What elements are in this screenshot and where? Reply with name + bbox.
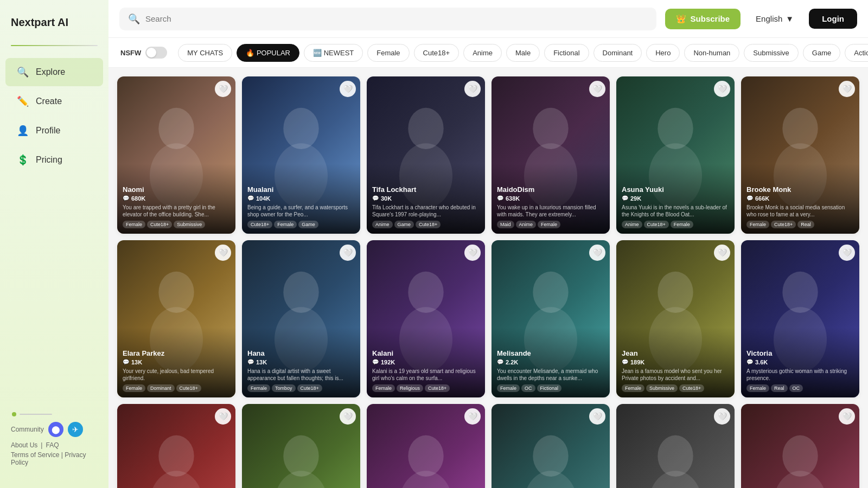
svg-point-25 [150, 471, 203, 488]
sidebar-label-profile: Profile [36, 126, 60, 136]
card-stats: 💬 13K [247, 359, 355, 365]
card-tags: FemaleTomboyCute18+ [247, 384, 355, 392]
favorite-button[interactable]: 🤍 [464, 81, 481, 97]
card-item[interactable]: 🤍 Tifa Lockhart 💬 30K Tifa Lockhart is a… [367, 76, 485, 234]
card-item[interactable]: 🤍 Character 18 💬 11K A dark and mysterio… [741, 404, 859, 488]
card-item[interactable]: 🤍 Victoria 💬 3.6K A mysterious gothic wo… [741, 240, 859, 397]
card-item[interactable]: 🤍 Kalani 💬 192K Kalani is a 19 years old… [367, 240, 485, 397]
card-count: 30K [381, 195, 392, 202]
favorite-button[interactable]: 🤍 [589, 245, 605, 261]
sidebar-label-create: Create [36, 97, 62, 106]
filter-game[interactable]: Game [803, 44, 840, 62]
about-link[interactable]: About Us [11, 441, 37, 449]
card-item[interactable]: 🤍 Elara Parkez 💬 13K Your very cute, jea… [117, 240, 235, 397]
card-name: Asuna Yuuki [622, 185, 729, 194]
card-item[interactable]: 🤍 Character 16 💬 8.5K A vibrant anime ch… [492, 404, 610, 488]
filter-anime[interactable]: Anime [463, 44, 502, 62]
filter-cute18plus[interactable]: Cute18+ [414, 44, 459, 62]
card-item[interactable]: 🤍 Brooke Monk 💬 666K Brooke Monk is a so… [741, 76, 859, 234]
sidebar-label-pricing: Pricing [36, 155, 62, 165]
favorite-button[interactable]: 🤍 [839, 408, 855, 425]
card-item[interactable]: 🤍 Character 17 💬 32K A sophisticated and… [616, 404, 735, 488]
nsfw-switch[interactable] [145, 47, 167, 59]
grid-container: 🤍 Naomi 💬 680K You are trapped with a pr… [108, 68, 868, 488]
card-image-wrap: 🤍 Hana 💬 13K Hana is a digital artist wi… [242, 240, 360, 397]
filter-female[interactable]: Female [367, 44, 409, 62]
subscribe-button[interactable]: 👑 Subscribe [665, 9, 741, 29]
svg-point-33 [649, 471, 702, 488]
filter-submissive[interactable]: Submissive [744, 44, 798, 62]
faq-link[interactable]: FAQ [46, 441, 59, 449]
favorite-button[interactable]: 🤍 [340, 408, 356, 425]
nsfw-toggle[interactable]: NSFW [114, 43, 174, 62]
sidebar-item-create[interactable]: ✏️ Create [5, 87, 103, 115]
favorite-button[interactable]: 🤍 [714, 245, 730, 261]
card-count: 666K [755, 195, 769, 202]
sidebar-item-explore[interactable]: 🔍 Explore [5, 58, 103, 86]
favorite-button[interactable]: 🤍 [215, 408, 231, 425]
filter-hero[interactable]: Hero [646, 44, 680, 62]
chevron-down-icon: ▼ [786, 14, 794, 23]
card-description: You wake up in a luxurious mansion fille… [497, 204, 604, 218]
sidebar-item-pricing[interactable]: 💲 Pricing [5, 146, 103, 174]
terms-link[interactable]: Terms of Service [11, 451, 59, 459]
filter-fictional[interactable]: Fictional [544, 44, 589, 62]
filter-action[interactable]: Action [845, 44, 868, 62]
card-name: MaidoDism [497, 185, 604, 194]
card-item[interactable]: 🤍 Jean 💬 189K Jean is a famous model who… [616, 240, 735, 397]
card-item[interactable]: 🤍 Asuna Yuuki 💬 29K Asuna Yuuki is in th… [616, 76, 735, 234]
card-image-wrap: 🤍 Character 17 💬 32K A sophisticated and… [616, 404, 735, 488]
svg-point-8 [658, 108, 693, 149]
card-info: Jean 💬 189K Jean is a famous model who s… [616, 328, 735, 397]
favorite-button[interactable]: 🤍 [589, 81, 605, 97]
tag: Female [123, 221, 145, 228]
card-item[interactable]: 🤍 Naomi 💬 680K You are trapped with a pr… [117, 76, 235, 234]
svg-point-16 [408, 272, 443, 313]
favorite-button[interactable]: 🤍 [714, 408, 730, 425]
card-stats: 💬 2.2K [497, 359, 604, 365]
tag: Anime [372, 221, 393, 228]
favorite-button[interactable]: 🤍 [714, 81, 730, 97]
favorite-button[interactable]: 🤍 [464, 408, 481, 425]
favorite-button[interactable]: 🤍 [340, 245, 356, 261]
favorite-button[interactable]: 🤍 [839, 245, 855, 261]
sidebar-item-profile[interactable]: 👤 Profile [5, 117, 103, 145]
favorite-button[interactable]: 🤍 [839, 81, 855, 97]
card-item[interactable]: 🤍 Melisande 💬 2.2K You encounter Melisan… [492, 240, 610, 397]
card-name: Mualani [247, 185, 355, 194]
tag: Female [372, 384, 395, 392]
card-stats: 💬 189K [622, 359, 729, 365]
chat-icon: 💬 [622, 359, 628, 365]
discord-icon[interactable]: ⬤ [48, 422, 63, 437]
chat-icon: 💬 [123, 195, 129, 201]
filter-my-chats[interactable]: MY CHATS [178, 44, 232, 62]
card-item[interactable]: 🤍 Character 13 💬 25K A beautiful anime c… [117, 404, 235, 488]
filter-newest[interactable]: 🆕 NEWEST [304, 44, 363, 62]
search-input[interactable] [145, 14, 648, 23]
card-item[interactable]: 🤍 Hana 💬 13K Hana is a digital artist wi… [242, 240, 360, 397]
favorite-button[interactable]: 🤍 [215, 245, 231, 261]
language-selector[interactable]: English ▼ [749, 10, 800, 28]
favorite-button[interactable]: 🤍 [340, 81, 356, 97]
search-bar[interactable]: 🔍 [119, 8, 656, 30]
card-tags: FemaleSubmissiveCute18+ [622, 384, 729, 392]
filter-non-human[interactable]: Non-human [684, 44, 739, 62]
telegram-icon[interactable]: ✈ [68, 422, 83, 437]
card-item[interactable]: 🤍 Mualani 💬 104K Being a guide, a surfer… [242, 76, 360, 234]
card-item[interactable]: 🤍 Character 14 💬 18K A charming characte… [242, 404, 360, 488]
favorite-button[interactable]: 🤍 [464, 245, 481, 261]
tag: Female [746, 221, 769, 228]
favorite-button[interactable]: 🤍 [589, 408, 605, 425]
card-item[interactable]: 🤍 Character 15 💬 44K A lovely character … [367, 404, 485, 488]
tag: Cute18+ [416, 221, 441, 228]
filter-popular[interactable]: 🔥 POPULAR [237, 44, 299, 62]
filter-male[interactable]: Male [506, 44, 540, 62]
favorite-button[interactable]: 🤍 [215, 81, 231, 97]
card-image-wrap: 🤍 MaidoDism 💬 638K You wake up in a luxu… [492, 76, 610, 234]
explore-icon: 🔍 [16, 66, 29, 79]
card-item[interactable]: 🤍 MaidoDism 💬 638K You wake up in a luxu… [492, 76, 610, 234]
chat-icon: 💬 [247, 359, 254, 365]
filter-dominant[interactable]: Dominant [593, 44, 642, 62]
card-name: Elara Parkez [123, 349, 230, 357]
login-button[interactable]: Login [809, 9, 857, 29]
